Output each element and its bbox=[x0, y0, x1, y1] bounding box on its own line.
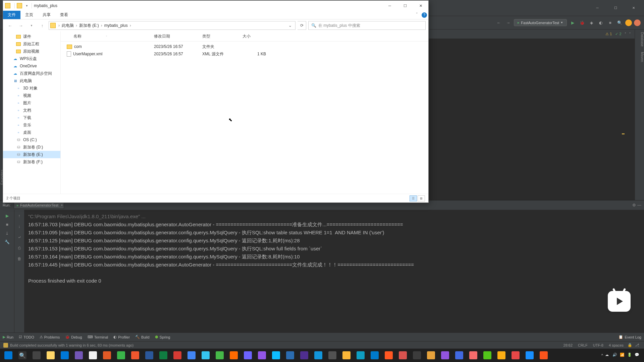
tab-profiler[interactable]: ◐Profiler bbox=[113, 335, 130, 339]
breadcrumb-item[interactable]: 此电脑 bbox=[60, 23, 75, 28]
console-output[interactable]: "C:\Program Files\Java\jdk1.8.0_211\bin\… bbox=[24, 210, 644, 333]
maven-tool[interactable]: Maven bbox=[635, 49, 644, 65]
file-rows[interactable]: com2023/5/26 16:57文件夹UserMapper.xml2023/… bbox=[61, 42, 428, 194]
check-badge[interactable]: ✓ 2 bbox=[615, 32, 621, 36]
status-indent[interactable]: 4 spaces bbox=[609, 343, 624, 347]
taskbar-app[interactable] bbox=[128, 349, 142, 362]
taskbar-app[interactable] bbox=[44, 349, 58, 362]
taskbar-app[interactable] bbox=[184, 349, 199, 362]
chevron-down-icon[interactable]: ▼ bbox=[25, 4, 28, 7]
tree-item[interactable]: ▫视频 bbox=[3, 92, 60, 99]
ribbon-tab-file[interactable]: 文件 bbox=[3, 11, 20, 19]
details-view-button[interactable]: ☰ bbox=[410, 195, 417, 201]
warning-badge[interactable]: ⚠ 1 bbox=[605, 32, 612, 36]
trash-icon[interactable]: 🗑 bbox=[15, 255, 23, 263]
status-position[interactable]: 28:62 bbox=[564, 343, 573, 347]
taskbar-app[interactable] bbox=[325, 349, 339, 362]
tree-item[interactable]: ▫桌面 bbox=[3, 129, 60, 136]
down-icon[interactable]: ↓ bbox=[15, 223, 23, 231]
system-tray[interactable]: ^ ☁ 🔊 📶 🔋 💬 bbox=[601, 353, 643, 358]
tray-icon[interactable]: 💬 bbox=[635, 353, 640, 358]
help-button[interactable]: ? bbox=[420, 11, 428, 19]
chevron-down-icon[interactable]: ˇ bbox=[629, 32, 631, 36]
tree-item[interactable]: 🖥此电脑 bbox=[3, 77, 60, 84]
taskbar-app[interactable] bbox=[480, 349, 494, 362]
stop-icon[interactable]: ■ bbox=[606, 19, 614, 26]
tree-item[interactable]: ▫图片 bbox=[3, 99, 60, 107]
taskbar-app[interactable] bbox=[354, 349, 368, 362]
close-button[interactable]: ✕ bbox=[413, 1, 428, 11]
tree-item[interactable]: 课件 bbox=[3, 33, 60, 40]
tree-item[interactable]: ☁OneDrive bbox=[3, 62, 60, 70]
taskbar-app[interactable] bbox=[537, 349, 551, 362]
taskbar-app[interactable] bbox=[213, 349, 227, 362]
col-name[interactable]: 名称 ˆ bbox=[67, 34, 154, 39]
taskbar-app[interactable] bbox=[170, 349, 184, 362]
search-button[interactable]: 🔍 bbox=[15, 349, 30, 362]
tab-todo[interactable]: ☑TODO bbox=[19, 335, 34, 339]
taskbar-app[interactable] bbox=[297, 349, 311, 362]
explorer-titlebar[interactable]: ▼ mybatis_plus ─ ☐ ✕ bbox=[3, 1, 428, 11]
file-row[interactable]: UserMapper.xml2023/5/26 16:57XML 源文件1 KB bbox=[61, 50, 428, 58]
tree-item[interactable]: ☁WPS云盘 bbox=[3, 55, 60, 62]
ide-maximize-button[interactable]: ☐ bbox=[608, 3, 623, 13]
taskbar-app[interactable] bbox=[142, 349, 156, 362]
breadcrumb-item[interactable]: mybatis_plus bbox=[103, 23, 129, 28]
gutter-warning-mark[interactable] bbox=[622, 133, 625, 134]
database-tool[interactable]: Database bbox=[635, 29, 644, 49]
stop-icon[interactable]: ■ bbox=[3, 221, 11, 229]
taskbar-app[interactable] bbox=[339, 349, 354, 362]
taskbar-app[interactable] bbox=[100, 349, 114, 362]
taskbar-app[interactable] bbox=[452, 349, 466, 362]
tree-item[interactable]: ▫下载 bbox=[3, 114, 60, 121]
tray-icon[interactable]: 🔊 bbox=[612, 353, 618, 358]
tree-item[interactable]: ⛁新加卷 (E:) bbox=[3, 151, 60, 158]
taskbar-app[interactable] bbox=[494, 349, 508, 362]
taskbar-app[interactable] bbox=[523, 349, 537, 362]
col-type[interactable]: 类型 bbox=[202, 34, 243, 39]
taskbar-app[interactable] bbox=[311, 349, 325, 362]
task-view-button[interactable] bbox=[30, 349, 44, 362]
search-input[interactable]: 🔍 在 mybatis_plus 中搜索 bbox=[308, 21, 426, 30]
run-button-icon[interactable]: ▶ bbox=[569, 19, 576, 26]
chevron-down-icon[interactable]: ⌄ bbox=[414, 11, 420, 19]
taskbar-app[interactable] bbox=[466, 349, 480, 362]
gear-icon[interactable]: ⚙ bbox=[632, 203, 636, 207]
tray-chevron-icon[interactable]: ^ bbox=[601, 353, 603, 357]
maximize-button[interactable]: ☐ bbox=[397, 1, 413, 11]
tree-item[interactable]: ⛁OS (C:) bbox=[3, 136, 60, 143]
taskbar-app[interactable] bbox=[114, 349, 128, 362]
user-avatar[interactable] bbox=[625, 19, 632, 26]
debug-button-icon[interactable]: 🐞 bbox=[578, 19, 586, 26]
ide-close-button[interactable]: ✕ bbox=[626, 3, 641, 13]
tab-problems[interactable]: ⚠Problems bbox=[40, 335, 60, 339]
chevron-down-icon[interactable]: ⌄ bbox=[286, 23, 294, 28]
tray-icon[interactable]: 🔋 bbox=[627, 353, 633, 358]
tray-icon[interactable]: ☁ bbox=[605, 353, 610, 358]
status-line-sep[interactable]: CRLF bbox=[578, 343, 588, 347]
col-modified[interactable]: 修改日期 bbox=[154, 34, 202, 39]
navigation-tree[interactable]: 课件原始工程原始视频☁WPS云盘☁OneDrive☁百度网盘同步空间🖥此电脑▫3… bbox=[3, 32, 61, 194]
wrench-icon[interactable]: 🔧 bbox=[3, 238, 11, 246]
lock-icon[interactable]: 🔒 bbox=[628, 343, 632, 347]
coverage-icon[interactable]: ◈ bbox=[588, 19, 595, 26]
minimize-icon[interactable]: — bbox=[637, 203, 641, 207]
tree-item[interactable]: ⛁新加卷 (D:) bbox=[3, 143, 60, 151]
search-icon[interactable]: 🔍 bbox=[616, 19, 623, 26]
ribbon-tab-share[interactable]: 共享 bbox=[38, 11, 55, 19]
tree-item[interactable]: ☁百度网盘同步空间 bbox=[3, 70, 60, 77]
ribbon-tab-view[interactable]: 查看 bbox=[55, 11, 73, 19]
tree-item[interactable]: ⛁新加卷 (F:) bbox=[3, 158, 60, 166]
taskbar-app[interactable] bbox=[269, 349, 283, 362]
tree-item[interactable]: ▫文档 bbox=[3, 107, 60, 114]
taskbar-app[interactable] bbox=[255, 349, 269, 362]
taskbar-app[interactable] bbox=[227, 349, 241, 362]
minimize-button[interactable]: ─ bbox=[382, 1, 397, 11]
tree-item[interactable]: ▫音乐 bbox=[3, 121, 60, 129]
close-icon[interactable]: × bbox=[61, 203, 63, 207]
tree-item[interactable]: 原始工程 bbox=[3, 40, 60, 48]
up-button[interactable]: ↑ bbox=[38, 21, 47, 30]
taskbar-app[interactable] bbox=[86, 349, 100, 362]
recent-dropdown-icon[interactable]: ▼ bbox=[27, 21, 36, 30]
breadcrumb-item[interactable]: 新加卷 (E:) bbox=[78, 23, 100, 28]
